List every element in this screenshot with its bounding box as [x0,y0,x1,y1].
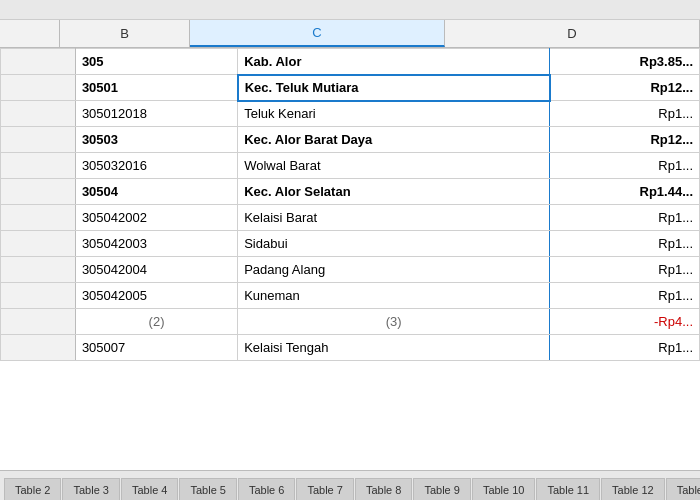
col-header-row [0,20,60,47]
table-row[interactable]: 305042004Padang AlangRp1... [1,257,700,283]
cell-col-c[interactable]: Kec. Alor Selatan [238,179,550,205]
cell-col-b[interactable]: (2) [75,309,237,335]
cell-col-c[interactable]: Padang Alang [238,257,550,283]
row-number [1,231,76,257]
cell-col-d[interactable]: Rp1... [550,257,700,283]
table-row[interactable]: 30504Kec. Alor SelatanRp1.44... [1,179,700,205]
col-header-c[interactable]: C [190,20,445,47]
sheet-tab[interactable]: Table 10 [472,478,536,500]
cell-col-c[interactable]: Kec. Alor Barat Daya [238,127,550,153]
cell-col-d[interactable]: Rp12... [550,127,700,153]
cell-col-b[interactable]: 30503 [75,127,237,153]
column-headers: B C D [0,20,700,48]
cell-col-d[interactable]: Rp12... [550,75,700,101]
cell-col-c[interactable]: (3) [238,309,550,335]
sheet-tab[interactable]: Table 13... [666,478,700,500]
sheet-tab[interactable]: Table 12 [601,478,665,500]
cell-col-c[interactable]: Kec. Teluk Mutiara [238,75,550,101]
sheet-tab[interactable]: Table 5 [179,478,236,500]
cell-col-b[interactable]: 305042004 [75,257,237,283]
table-row[interactable]: 305042003SidabuiRp1... [1,231,700,257]
table-row[interactable]: 305042002Kelaisi BaratRp1... [1,205,700,231]
row-number [1,49,76,75]
cell-col-c[interactable]: Kab. Alor [238,49,550,75]
row-number [1,283,76,309]
cell-col-c[interactable]: Kelaisi Barat [238,205,550,231]
row-number [1,101,76,127]
cell-col-d[interactable]: Rp1... [550,283,700,309]
cell-col-b[interactable]: 305042005 [75,283,237,309]
cell-col-b[interactable]: 305012018 [75,101,237,127]
table-row[interactable]: (2)(3)-Rp4... [1,309,700,335]
cell-col-d[interactable]: Rp3.85... [550,49,700,75]
cell-col-b[interactable]: 305042002 [75,205,237,231]
table-row[interactable]: 305007Kelaisi TengahRp1... [1,335,700,361]
cell-col-d[interactable]: -Rp4... [550,309,700,335]
sheet-tab[interactable]: Table 3 [62,478,119,500]
cell-col-b[interactable]: 305042003 [75,231,237,257]
tabs-container: Table 2Table 3Table 4Table 5Table 6Table… [4,478,700,500]
sheet-tab[interactable]: Table 7 [296,478,353,500]
table-row[interactable]: 305042005KunemanRp1... [1,283,700,309]
sheet-tab[interactable]: Table 4 [121,478,178,500]
cell-col-d[interactable]: Rp1... [550,231,700,257]
row-number [1,127,76,153]
sheet-tab[interactable]: Table 6 [238,478,295,500]
row-number [1,75,76,101]
title-bar [0,0,700,20]
cell-col-c[interactable]: Sidabui [238,231,550,257]
data-table: 305Kab. AlorRp3.85...30501Kec. Teluk Mut… [0,48,700,361]
cell-col-c[interactable]: Wolwal Barat [238,153,550,179]
cell-col-d[interactable]: Rp1... [550,335,700,361]
table-row[interactable]: 305032016Wolwal BaratRp1... [1,153,700,179]
cell-col-b[interactable]: 305 [75,49,237,75]
cell-col-d[interactable]: Rp1... [550,153,700,179]
sheet-tab[interactable]: Table 11 [536,478,600,500]
cell-col-b[interactable]: 305007 [75,335,237,361]
table-row[interactable]: 30503Kec. Alor Barat DayaRp12... [1,127,700,153]
cell-col-b[interactable]: 30501 [75,75,237,101]
tab-bar: Table 2Table 3Table 4Table 5Table 6Table… [0,470,700,500]
cell-col-d[interactable]: Rp1... [550,101,700,127]
cell-col-d[interactable]: Rp1... [550,205,700,231]
row-number [1,335,76,361]
row-number [1,179,76,205]
col-header-d[interactable]: D [445,20,700,47]
cell-col-c[interactable]: Teluk Kenari [238,101,550,127]
sheet-tab[interactable]: Table 9 [413,478,470,500]
row-number [1,309,76,335]
sheet-tab[interactable]: Table 8 [355,478,412,500]
table-row[interactable]: 305012018Teluk KenariRp1... [1,101,700,127]
sheet-tab[interactable]: Table 2 [4,478,61,500]
spreadsheet-container: B C D 305Kab. AlorRp3.85...30501Kec. Tel… [0,20,700,470]
table-row[interactable]: 305Kab. AlorRp3.85... [1,49,700,75]
row-number [1,153,76,179]
row-number [1,205,76,231]
table-body: 305Kab. AlorRp3.85...30501Kec. Teluk Mut… [0,48,700,470]
col-header-b[interactable]: B [60,20,190,47]
cell-col-b[interactable]: 30504 [75,179,237,205]
cell-col-d[interactable]: Rp1.44... [550,179,700,205]
table-row[interactable]: 30501Kec. Teluk MutiaraRp12... [1,75,700,101]
cell-col-c[interactable]: Kuneman [238,283,550,309]
row-number [1,257,76,283]
cell-col-b[interactable]: 305032016 [75,153,237,179]
cell-col-c[interactable]: Kelaisi Tengah [238,335,550,361]
